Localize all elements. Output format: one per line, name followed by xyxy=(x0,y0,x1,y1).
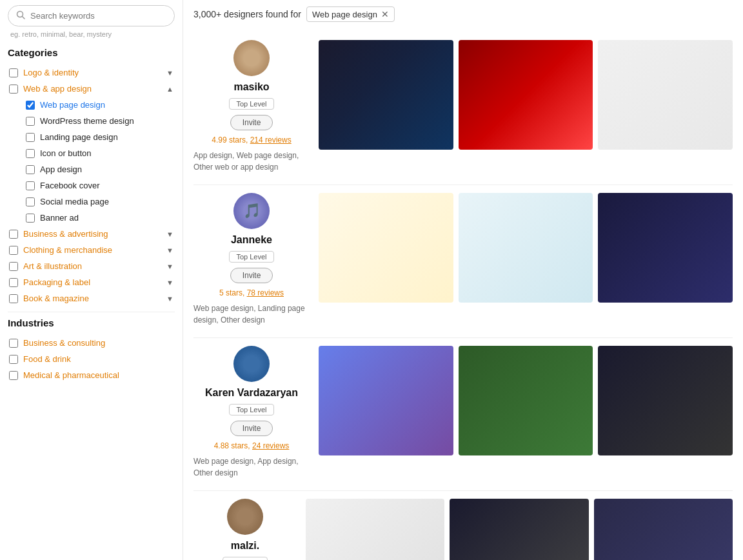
web-app-subitems: Web page design WordPress theme design L… xyxy=(8,97,175,226)
category-clothing-merchandise[interactable]: Clothing & merchandise ▼ xyxy=(8,242,175,258)
checkbox-packaging-label[interactable] xyxy=(9,278,18,287)
chevron-down-icon-3: ▼ xyxy=(166,246,173,254)
designer-name-janneke: Janneke xyxy=(231,234,272,246)
checkbox-clothing-merchandise[interactable] xyxy=(9,246,18,255)
portfolio-img-janneke-1[interactable] xyxy=(319,193,453,303)
category-book-magazine[interactable]: Book & magazine ▼ xyxy=(8,290,175,306)
portfolio-img-karen-1[interactable] xyxy=(319,346,453,455)
portfolio-img-masiko-2[interactable] xyxy=(459,40,593,150)
categories-title: Categories xyxy=(8,47,175,58)
category-packaging-label-label: Packaging & label xyxy=(23,277,161,287)
portfolio-img-janneke-3[interactable] xyxy=(598,193,733,303)
subitem-app-design[interactable]: App design xyxy=(25,161,175,177)
stars-karen: 4.88 stars, 24 reviews xyxy=(214,441,290,450)
portfolio-img-malzi-2[interactable] xyxy=(450,499,588,560)
industries-title: Industries xyxy=(8,317,175,328)
main-content: 3,000+ designers found for Web page desi… xyxy=(183,0,743,560)
portfolio-img-karen-2[interactable] xyxy=(459,346,593,455)
invite-button-karen[interactable]: Invite xyxy=(230,421,273,436)
remove-tag-button[interactable]: ✕ xyxy=(381,9,389,19)
active-filter-tag[interactable]: Web page design ✕ xyxy=(306,6,395,22)
checkbox-web-app-design[interactable] xyxy=(9,85,18,94)
chevron-up-icon: ▲ xyxy=(166,85,173,93)
portfolio-img-karen-3[interactable] xyxy=(598,346,733,455)
subitem-banner-ad-label: Banner ad xyxy=(40,213,79,223)
industry-business-consulting-label: Business & consulting xyxy=(23,338,173,348)
search-box xyxy=(8,5,175,26)
industry-business-consulting[interactable]: Business & consulting xyxy=(8,335,175,351)
checkbox-social-media[interactable] xyxy=(26,197,35,206)
category-clothing-merchandise-label: Clothing & merchandise xyxy=(23,245,161,255)
category-business-advertising[interactable]: Business & advertising ▼ xyxy=(8,226,175,242)
portfolio-images-janneke xyxy=(319,193,733,326)
subitem-web-page-design-label: Web page design xyxy=(40,100,105,110)
results-header: 3,000+ designers found for Web page desi… xyxy=(193,6,733,22)
checkbox-wordpress[interactable] xyxy=(26,117,35,126)
subitem-facebook-cover[interactable]: Facebook cover xyxy=(25,177,175,194)
industry-food-drink[interactable]: Food & drink xyxy=(8,351,175,367)
portfolio-img-masiko-1[interactable] xyxy=(319,40,453,150)
subitem-landing-page-label: Landing page design xyxy=(40,132,118,142)
designer-info-masiko: masiko Top Level Invite 4.99 stars, 214 … xyxy=(193,40,310,173)
designer-info-janneke: 🎵 Janneke Top Level Invite 5 stars, 78 r… xyxy=(193,193,310,326)
portfolio-img-malzi-3[interactable] xyxy=(594,499,733,560)
invite-button-masiko[interactable]: Invite xyxy=(230,115,273,130)
chevron-down-icon-4: ▼ xyxy=(166,263,173,270)
checkbox-medical-pharma[interactable] xyxy=(9,371,18,380)
invite-button-janneke[interactable]: Invite xyxy=(230,268,273,283)
checkbox-landing-page[interactable] xyxy=(26,133,35,142)
badge-karen: Top Level xyxy=(229,404,273,415)
industry-medical-pharma-label: Medical & pharmaceutical xyxy=(23,370,173,380)
designer-card-masiko: masiko Top Level Invite 4.99 stars, 214 … xyxy=(193,32,733,185)
category-business-advertising-label: Business & advertising xyxy=(23,229,161,239)
subitem-app-design-label: App design xyxy=(40,165,82,174)
results-count: 3,000+ designers found for xyxy=(193,9,301,19)
reviews-link-karen[interactable]: 24 reviews xyxy=(252,441,289,450)
portfolio-img-malzi-1[interactable] xyxy=(306,499,444,560)
badge-janneke: Top Level xyxy=(229,251,273,263)
badge-masiko: Top Level xyxy=(229,98,273,110)
avatar-karen xyxy=(233,346,270,382)
stars-janneke: 5 stars, 78 reviews xyxy=(219,288,284,297)
checkbox-art-illustration[interactable] xyxy=(9,262,18,271)
reviews-link-masiko[interactable]: 214 reviews xyxy=(250,135,292,145)
portfolio-images-masiko xyxy=(319,40,733,173)
industry-medical-pharma[interactable]: Medical & pharmaceutical xyxy=(8,367,175,383)
avatar-malzi xyxy=(227,499,263,535)
portfolio-img-janneke-2[interactable] xyxy=(459,193,593,303)
chevron-down-icon-5: ▼ xyxy=(166,279,173,286)
designer-card-janneke: 🎵 Janneke Top Level Invite 5 stars, 78 r… xyxy=(193,185,733,338)
checkbox-logo-identity[interactable] xyxy=(9,68,18,77)
checkbox-business-advertising[interactable] xyxy=(9,230,18,239)
subitem-icon-button[interactable]: Icon or button xyxy=(25,145,175,161)
badge-malzi: Top Level xyxy=(223,557,267,560)
checkbox-web-page-design[interactable] xyxy=(26,101,35,110)
checkbox-food-drink[interactable] xyxy=(9,355,18,364)
subitem-web-page-design[interactable]: Web page design xyxy=(25,97,175,113)
subitem-wordpress[interactable]: WordPress theme design xyxy=(25,113,175,129)
designer-name-karen: Karen Vardazaryan xyxy=(205,387,298,399)
reviews-link-janneke[interactable]: 78 reviews xyxy=(247,288,284,297)
checkbox-facebook-cover[interactable] xyxy=(26,181,35,190)
divider-categories-industries xyxy=(8,312,175,312)
subitem-landing-page[interactable]: Landing page design xyxy=(25,129,175,145)
checkbox-book-magazine[interactable] xyxy=(9,294,18,303)
designer-name-masiko: masiko xyxy=(233,81,269,93)
tags-karen: Web page design, App design, Other desig… xyxy=(193,455,310,479)
subitem-social-media[interactable]: Social media page xyxy=(25,194,175,210)
category-book-magazine-label: Book & magazine xyxy=(23,294,161,303)
subitem-banner-ad[interactable]: Banner ad xyxy=(25,210,175,226)
category-art-illustration[interactable]: Art & illustration ▼ xyxy=(8,258,175,274)
category-web-app-design[interactable]: Web & app design ▲ xyxy=(8,81,175,97)
category-packaging-label[interactable]: Packaging & label ▼ xyxy=(8,274,175,290)
avatar-masiko xyxy=(233,40,270,76)
checkbox-banner-ad[interactable] xyxy=(26,214,35,223)
checkbox-app-design[interactable] xyxy=(26,165,35,174)
designer-info-karen: Karen Vardazaryan Top Level Invite 4.88 … xyxy=(193,346,310,479)
tags-janneke: Web page design, Landing page design, Ot… xyxy=(193,303,310,326)
portfolio-img-masiko-3[interactable] xyxy=(598,40,733,150)
checkbox-business-consulting[interactable] xyxy=(9,339,18,348)
checkbox-icon-button[interactable] xyxy=(26,149,35,158)
category-logo-identity[interactable]: Logo & identity ▼ xyxy=(8,65,175,81)
search-input[interactable] xyxy=(30,11,166,21)
